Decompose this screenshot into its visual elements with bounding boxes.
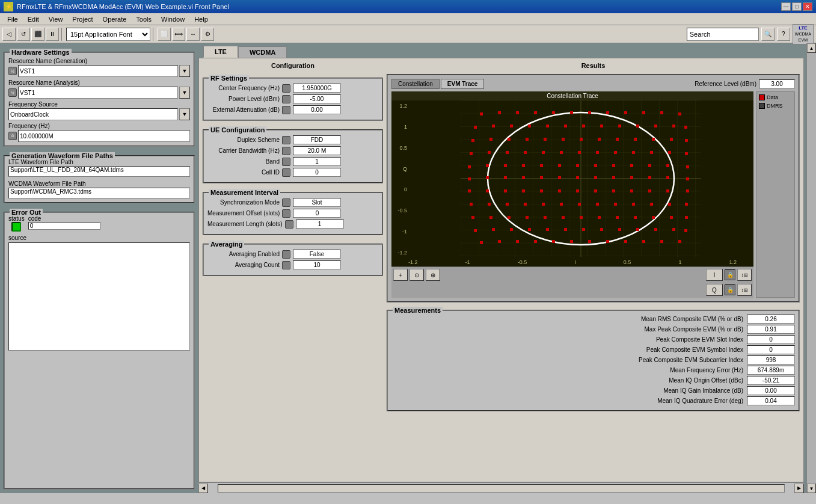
resource-ana-value[interactable]: VST1 [18, 87, 178, 99]
svg-rect-42 [685, 139, 688, 142]
svg-rect-111 [526, 216, 529, 219]
toolbar-refresh-btn[interactable]: ↺ [17, 28, 30, 41]
svg-rect-41 [670, 138, 673, 141]
menu-file[interactable]: File [2, 14, 23, 24]
tab-lte[interactable]: LTE [203, 46, 238, 58]
avg-enabled-row: Averaging Enabled False [207, 250, 378, 259]
ref-level-value[interactable]: 3.00 [759, 79, 795, 88]
svg-rect-57 [486, 164, 489, 167]
svg-rect-96 [488, 203, 491, 206]
cell-id-value[interactable]: 0 [293, 168, 341, 177]
menu-help[interactable]: Help [189, 14, 213, 24]
q-scale-btn[interactable]: ↕⊞ [737, 284, 752, 296]
menu-edit[interactable]: Edit [23, 14, 44, 24]
ext-atten-value[interactable]: 0.00 [293, 105, 341, 114]
svg-rect-136 [516, 240, 519, 243]
meas-value-6[interactable]: -50.21 [747, 376, 795, 385]
meas-value-7[interactable]: 0.00 [747, 386, 795, 395]
toolbar-align-btn[interactable]: ⬜ [158, 28, 171, 41]
menu-tools[interactable]: Tools [131, 14, 156, 24]
svg-rect-36 [580, 138, 583, 141]
freq-source-arrow[interactable]: ▼ [179, 108, 190, 120]
meas-offset-value[interactable]: 0 [293, 209, 341, 218]
tab-wcdma[interactable]: WCDMA [238, 46, 287, 58]
code-value[interactable]: 0 [28, 222, 100, 230]
meas-value-1[interactable]: 0.91 [747, 325, 795, 334]
menu-operate[interactable]: Operate [98, 14, 132, 24]
font-selector[interactable]: 15pt Application Font [66, 28, 150, 41]
cell-id-row: Cell ID 0 [207, 168, 378, 177]
i-lock-btn[interactable]: 🔒 [725, 269, 735, 280]
center-freq-value[interactable]: 1.950000G [293, 84, 341, 93]
frequency-value[interactable]: 10.000000M [18, 130, 190, 142]
meas-value-8[interactable]: 0.04 [747, 396, 795, 405]
scroll-left-btn[interactable]: ◀ [198, 484, 208, 493]
wcdma-path-value[interactable]: Support\WCDMA_RMC3.tdms [8, 188, 190, 198]
search-button[interactable]: 🔍 [761, 28, 775, 41]
maximize-button[interactable]: □ [792, 2, 802, 11]
y-label-neg-1-2: -1.2 [393, 250, 407, 256]
toolbar-stop-btn[interactable]: ⬛ [31, 28, 44, 41]
avg-count-value[interactable]: 10 [293, 260, 341, 269]
meas-value-5[interactable]: 674.889m [747, 366, 795, 375]
resource-ana-arrow[interactable]: ▼ [179, 87, 190, 99]
tab-evm-trace[interactable]: EVM Trace [441, 79, 485, 89]
q-lock-btn[interactable]: 🔒 [725, 284, 735, 295]
svg-rect-108 [471, 216, 474, 219]
averaging-title: Averaging [209, 241, 244, 248]
close-button[interactable]: ✕ [803, 2, 812, 11]
scroll-down-btn[interactable]: ▼ [807, 484, 816, 493]
zoom-out-btn[interactable]: ⊕ [426, 269, 440, 281]
constellation-chart-title: Constellation Trace [391, 91, 753, 100]
meas-label-2: Peak Composite EVM Slot Index [391, 336, 747, 343]
carrier-bw-value[interactable]: 20.0 M [293, 146, 341, 155]
q-axis-btn[interactable]: Q [706, 284, 723, 296]
measurements-title: Measurements [393, 307, 443, 314]
meas-value-4[interactable]: 998 [747, 355, 795, 364]
scroll-right-btn[interactable]: ▶ [794, 484, 804, 493]
svg-rect-53 [650, 151, 653, 154]
toolbar-back-btn[interactable]: ◁ [2, 28, 16, 41]
meas-value-2[interactable]: 0 [747, 335, 795, 344]
power-level-value[interactable]: -5.00 [293, 94, 341, 103]
i-axis-btn[interactable]: I [706, 269, 723, 281]
menu-view[interactable]: View [44, 14, 68, 24]
freq-source-value[interactable]: OnboardClock [8, 108, 178, 120]
lte-path-value[interactable]: Support\LTE_UL_FDD_20M_64QAM.tdms [8, 166, 190, 177]
horizontal-scrollbar[interactable] [218, 484, 785, 493]
meas-value-0[interactable]: 0.26 [747, 315, 795, 324]
zoom-fit-btn[interactable]: ⊙ [410, 269, 424, 281]
meas-value-3[interactable]: 0 [747, 345, 795, 354]
svg-rect-144 [660, 240, 663, 243]
search-input[interactable] [687, 28, 759, 41]
band-value[interactable]: 1 [293, 157, 341, 166]
i-scale-btn[interactable]: ↕⊞ [737, 269, 752, 281]
menu-window[interactable]: Window [156, 14, 189, 24]
frequency-row: ⊙ 10.000000M [8, 130, 190, 142]
tab-constellation[interactable]: Constellation [391, 79, 440, 89]
resource-gen-arrow[interactable]: ▼ [179, 65, 190, 77]
carrier-bw-row: Carrier Bandwidth (Hz) 20.0 M [207, 146, 378, 155]
menu-project[interactable]: Project [67, 14, 97, 24]
avg-enabled-value[interactable]: False [293, 250, 341, 259]
svg-rect-71 [504, 176, 507, 179]
toolbar-dist-btn[interactable]: ⟺ [172, 28, 185, 41]
resource-gen-value[interactable]: VST1 [18, 65, 178, 77]
toolbar-pause-btn[interactable]: ⏸ [46, 28, 59, 41]
duplex-value[interactable]: FDD [293, 135, 341, 144]
y-axis-labels: 1.2 1 0.5 Q 0 -0.5 -1 -1.2 [391, 100, 408, 258]
error-out-content: status code 0 [8, 215, 190, 232]
minimize-button[interactable]: — [781, 2, 791, 11]
legend-data-icon [759, 94, 765, 100]
toolbar-tools-btn[interactable]: ⚙ [201, 28, 214, 41]
scroll-track[interactable] [807, 53, 816, 484]
source-box[interactable] [8, 242, 190, 351]
scroll-up-btn[interactable]: ▲ [807, 43, 816, 53]
zoom-in-btn[interactable]: + [393, 269, 408, 281]
sync-mode-value[interactable]: Slot [293, 198, 341, 207]
toolbar-resize-btn[interactable]: ↔ [186, 28, 200, 41]
help-button[interactable]: ? [777, 28, 790, 41]
meas-length-value[interactable]: 1 [296, 220, 344, 229]
legend-dmrs: DMRS [759, 103, 792, 109]
svg-rect-118 [652, 216, 655, 219]
